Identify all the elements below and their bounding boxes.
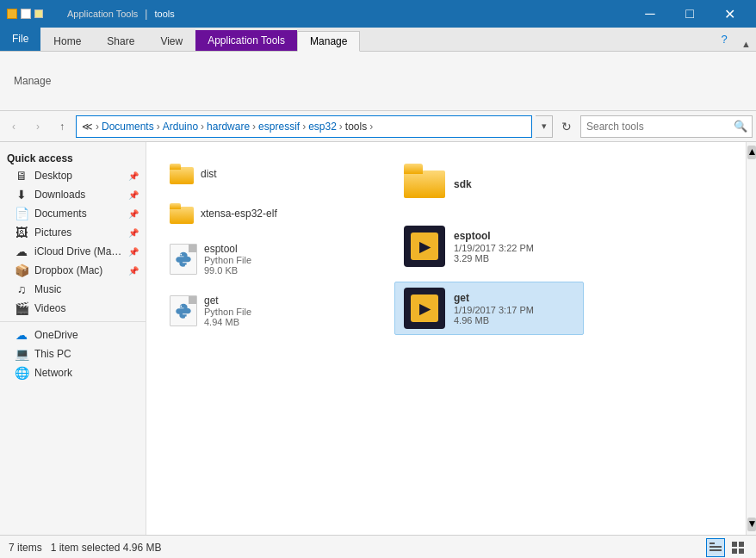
sidebar-item-downloads[interactable]: ⬇ Downloads 📌 — [0, 185, 146, 204]
scroll-up-button[interactable]: ▲ — [747, 146, 756, 159]
sidebar-item-thispc[interactable]: 💻 This PC — [0, 344, 146, 363]
sidebar-item-network[interactable]: 🌐 Network — [0, 363, 146, 382]
file-name-get-py: get — [204, 294, 251, 307]
sidebar-videos-label: Videos — [34, 302, 139, 314]
address-path[interactable]: ≪ › Documents › Arduino › hardware › esp… — [76, 115, 532, 138]
file-area: dist xtensa-esp32-elf — [146, 142, 746, 535]
tab-manage[interactable]: Manage — [297, 31, 360, 52]
svg-rect-9 — [732, 549, 737, 554]
esptool-exe-icon: ▶ — [404, 226, 445, 267]
dropbox-pin-icon: 📌 — [128, 266, 139, 276]
selection-info: 1 item selected 4.96 MB — [51, 542, 162, 554]
sidebar-item-desktop[interactable]: 🖥 Desktop 📌 — [0, 166, 146, 185]
svg-point-1 — [185, 265, 187, 267]
file-info-get-py: get Python File 4.94 MB — [204, 294, 251, 327]
file-name-sdk: sdk — [454, 178, 472, 190]
music-icon: ♫ — [14, 282, 29, 296]
file-item-get-py[interactable]: get Python File 4.94 MB — [162, 288, 360, 333]
tab-share[interactable]: Share — [94, 30, 147, 51]
network-icon: 🌐 — [14, 366, 29, 380]
file-name-esptool-exe: esptool — [454, 230, 534, 242]
sidebar-item-onedrive[interactable]: ☁ OneDrive — [0, 326, 146, 344]
file-item-sdk[interactable]: sdk — [394, 158, 584, 211]
thispc-icon: 💻 — [14, 347, 29, 361]
large-icons-view-button[interactable] — [728, 538, 747, 557]
ribbon-collapse-button[interactable]: ▲ — [736, 37, 756, 51]
folder-icon-sdk — [404, 164, 445, 205]
tab-file[interactable]: File — [0, 27, 40, 51]
path-item-documents[interactable]: Documents — [102, 121, 154, 133]
file-item-get-exe[interactable]: ▶ get 1/19/2017 3:17 PM 4.96 MB — [394, 282, 584, 335]
maximize-button[interactable]: □ — [670, 0, 710, 28]
back-button[interactable]: ‹ — [3, 116, 24, 137]
sidebar-item-videos[interactable]: 🎬 Videos — [0, 299, 146, 318]
path-item-hardware[interactable]: hardware — [207, 121, 250, 133]
file-item-xtensa[interactable]: xtensa-esp32-elf — [162, 197, 360, 230]
sidebar-music-label: Music — [34, 283, 139, 295]
sidebar-documents-label: Documents — [34, 208, 123, 220]
scroll-down-button[interactable]: ▼ — [747, 518, 756, 531]
close-button[interactable]: ✕ — [710, 0, 749, 28]
title-bar-icons: Application Tools | tools — [7, 8, 175, 20]
file-info-get-exe: get 1/19/2017 3:17 PM 4.96 MB — [454, 292, 534, 326]
file-info-esptool-exe: esptool 1/19/2017 3:22 PM 3.29 MB — [454, 230, 534, 264]
python-file-icon-get — [170, 295, 197, 326]
svg-rect-10 — [739, 549, 744, 554]
path-item-arduino[interactable]: Arduino — [163, 121, 198, 133]
icloud-icon: ☁ — [14, 245, 29, 258]
sidebar-icloud-label: iCloud Drive (Ma… — [34, 245, 123, 257]
app-icon-3 — [34, 9, 43, 18]
icloud-pin-icon: 📌 — [128, 247, 139, 257]
videos-icon: 🎬 — [14, 301, 29, 315]
app-icon-2 — [21, 9, 31, 19]
file-item-esptool-py[interactable]: esptool Python File 99.0 KB — [162, 237, 360, 282]
up-button[interactable]: ↑ — [52, 116, 72, 137]
file-item-dist[interactable]: dist — [162, 158, 360, 190]
sidebar-desktop-label: Desktop — [34, 170, 123, 182]
app-icon-1 — [7, 9, 17, 19]
tab-view[interactable]: View — [147, 30, 195, 51]
folder-icon-xtensa — [170, 203, 194, 224]
svg-point-3 — [185, 317, 187, 319]
help-button[interactable]: ? — [716, 30, 733, 47]
ribbon-content: Manage — [0, 52, 756, 110]
refresh-button[interactable]: ↻ — [556, 116, 577, 137]
desktop-icon: 🖥 — [14, 169, 29, 183]
sidebar: Quick access 🖥 Desktop 📌 ⬇ Downloads 📌 📄… — [0, 142, 146, 535]
sidebar-divider — [0, 321, 146, 322]
sidebar-item-icloud[interactable]: ☁ iCloud Drive (Ma… 📌 — [0, 242, 146, 261]
svg-rect-4 — [710, 542, 715, 544]
path-item-breadcrumb: ≪ — [82, 121, 93, 133]
path-dropdown-button[interactable]: ▾ — [536, 115, 553, 138]
sidebar-network-label: Network — [34, 367, 139, 379]
sidebar-onedrive-label: OneDrive — [34, 329, 139, 341]
file-size-esptool-py: 99.0 KB — [204, 265, 251, 276]
sidebar-downloads-label: Downloads — [34, 189, 123, 201]
scrollbar[interactable]: ▲ ▼ — [746, 142, 756, 535]
get-exe-icon: ▶ — [404, 288, 445, 329]
sidebar-item-documents[interactable]: 📄 Documents 📌 — [0, 204, 146, 223]
svg-rect-7 — [732, 542, 737, 547]
file-name-xtensa: xtensa-esp32-elf — [201, 208, 277, 220]
forward-button[interactable]: › — [28, 116, 48, 137]
file-info-xtensa: xtensa-esp32-elf — [201, 208, 277, 220]
path-item-esp32[interactable]: esp32 — [308, 121, 337, 133]
sidebar-item-music[interactable]: ♫ Music — [0, 280, 146, 299]
file-name-get-exe: get — [454, 292, 534, 304]
sidebar-item-dropbox[interactable]: 📦 Dropbox (Mac) 📌 — [0, 261, 146, 280]
sidebar-dropbox-label: Dropbox (Mac) — [34, 264, 123, 276]
tab-home[interactable]: Home — [40, 30, 94, 51]
file-size-get-py: 4.94 MB — [204, 317, 251, 327]
details-view-button[interactable] — [706, 538, 725, 557]
dropbox-icon: 📦 — [14, 264, 29, 277]
path-item-espressif[interactable]: espressif — [258, 121, 300, 133]
files-container: dist xtensa-esp32-elf — [155, 151, 591, 344]
file-item-esptool-exe[interactable]: ▶ esptool 1/19/2017 3:22 PM 3.29 MB — [394, 220, 584, 273]
file-type-get-py: Python File — [204, 307, 251, 317]
file-size-esptool-exe: 3.29 MB — [454, 253, 534, 264]
tab-application-tools[interactable]: Application Tools — [195, 30, 297, 51]
sidebar-item-pictures[interactable]: 🖼 Pictures 📌 — [0, 223, 146, 242]
quick-access-label: Quick access — [0, 147, 146, 166]
search-input[interactable] — [580, 115, 753, 138]
minimize-button[interactable]: ─ — [630, 0, 670, 28]
